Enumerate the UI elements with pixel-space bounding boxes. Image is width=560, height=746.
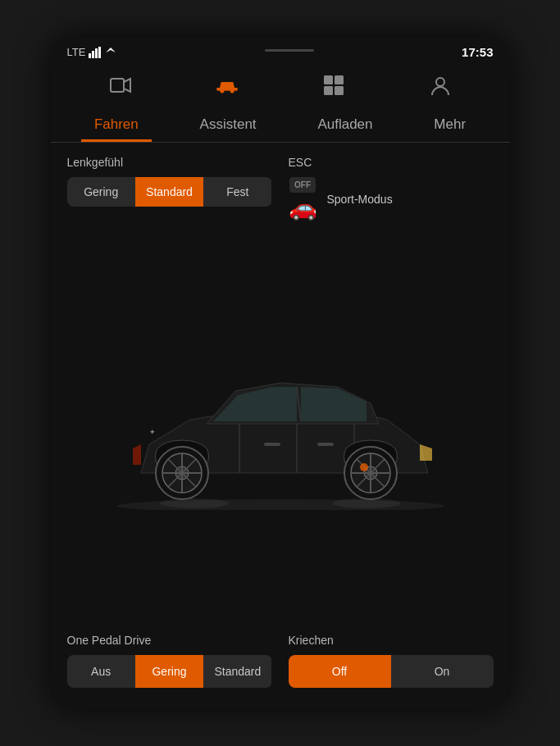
svg-rect-10 <box>324 86 333 95</box>
camera-nav-button[interactable] <box>106 71 135 100</box>
car-image-area: ✦ <box>67 231 494 624</box>
svg-rect-8 <box>324 75 333 84</box>
status-left: LTE <box>67 46 117 58</box>
one-pedal-aus-button[interactable]: Aus <box>67 655 135 688</box>
top-controls-row: Lenkgefühl Gering Standard Fest ESC OFF … <box>67 156 494 221</box>
svg-text:✦: ✦ <box>149 428 156 436</box>
esc-controls: OFF 🚗 Sport-Modus <box>289 177 494 221</box>
lenkgefuehl-standard-button[interactable]: Standard <box>135 177 203 207</box>
svg-point-14 <box>160 498 229 508</box>
lenkgefuehl-label: Lenkgefühl <box>67 156 272 169</box>
svg-point-12 <box>436 78 444 86</box>
kriechen-section: Kriechen Off On <box>289 634 494 688</box>
svg-marker-5 <box>124 79 130 92</box>
svg-rect-20 <box>264 443 280 446</box>
top-nav <box>51 64 510 107</box>
lenkgefuehl-buttons: Gering Standard Fest <box>67 177 272 207</box>
svg-rect-0 <box>89 53 91 58</box>
kriechen-on-button[interactable]: On <box>391 655 494 688</box>
lenkgefuehl-section: Lenkgefühl Gering Standard Fest <box>67 156 272 221</box>
tab-mehr[interactable]: Mehr <box>421 110 479 142</box>
status-bar: LTE 17:53 <box>51 37 510 64</box>
svg-point-6 <box>220 89 223 93</box>
one-pedal-drive-section: One Pedal Drive Aus Gering Standard <box>67 634 272 688</box>
esc-section: ESC OFF 🚗 Sport-Modus <box>289 156 494 221</box>
grid-nav-button[interactable] <box>319 71 348 100</box>
tablet-frame: LTE 17:53 <box>51 37 510 709</box>
screen: LTE 17:53 <box>51 37 510 709</box>
svg-rect-4 <box>111 79 124 92</box>
lenkgefuehl-gering-button[interactable]: Gering <box>67 177 135 207</box>
svg-rect-3 <box>98 47 101 58</box>
car-nav-button[interactable] <box>212 71 242 100</box>
kriechen-buttons: Off On <box>289 655 494 688</box>
profile-nav-button[interactable] <box>426 71 455 100</box>
svg-point-29 <box>360 463 368 471</box>
esc-badge: OFF <box>289 177 316 193</box>
bottom-controls: One Pedal Drive Aus Gering Standard Krie… <box>67 634 494 696</box>
esc-sport-modus-label: Sport-Modus <box>327 193 393 206</box>
lenkgefuehl-fest-button[interactable]: Fest <box>203 177 271 207</box>
svg-rect-9 <box>335 75 344 84</box>
tab-fahren[interactable]: Fahren <box>81 110 152 142</box>
tab-bar: Fahren Assistent Aufladen Mehr <box>51 107 510 143</box>
svg-point-15 <box>332 498 401 508</box>
esc-label: ESC <box>289 156 494 169</box>
tab-aufladen[interactable]: Aufladen <box>304 110 385 142</box>
esc-car-icon: 🚗 <box>289 194 317 221</box>
svg-rect-2 <box>95 48 98 58</box>
signal-icon <box>89 47 102 58</box>
kriechen-off-button[interactable]: Off <box>289 655 391 688</box>
one-pedal-drive-buttons: Aus Gering Standard <box>67 655 272 688</box>
tab-assistent[interactable]: Assistent <box>187 110 270 142</box>
kriechen-label: Kriechen <box>289 634 494 647</box>
esc-icon-group[interactable]: OFF 🚗 <box>289 177 317 221</box>
one-pedal-standard-button[interactable]: Standard <box>203 655 271 688</box>
clock: 17:53 <box>462 45 493 59</box>
car-illustration: ✦ <box>100 346 461 510</box>
one-pedal-gering-button[interactable]: Gering <box>135 655 203 688</box>
one-pedal-drive-label: One Pedal Drive <box>67 634 272 647</box>
svg-rect-11 <box>335 86 344 95</box>
signal-text: LTE <box>67 46 86 58</box>
svg-rect-21 <box>317 443 334 446</box>
main-content: Lenkgefühl Gering Standard Fest ESC OFF … <box>51 143 510 709</box>
notch-line <box>265 49 314 52</box>
location-icon <box>105 47 116 58</box>
svg-point-7 <box>230 89 233 93</box>
svg-rect-1 <box>92 51 94 58</box>
